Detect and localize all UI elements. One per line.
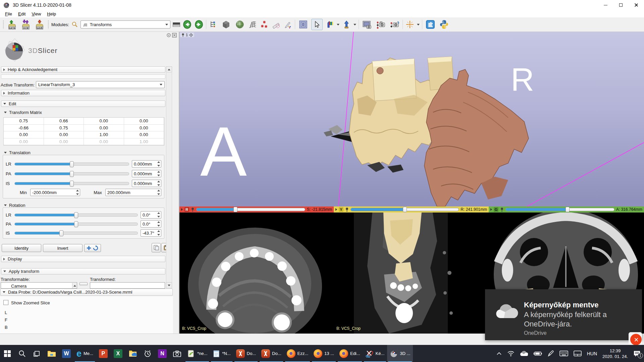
taskbar-dcplusplus-2[interactable]: Do... (259, 345, 284, 362)
scene-view-restore-button[interactable] (389, 19, 400, 30)
models-module-button[interactable] (234, 19, 246, 30)
toast-close-button[interactable] (630, 334, 642, 345)
taskbar-snipping-tool[interactable]: Ké... (363, 345, 387, 362)
save-button[interactable]: SAVE (34, 19, 45, 30)
tray-battery-icon[interactable] (533, 351, 542, 356)
translation-is-slider[interactable] (14, 182, 129, 185)
view-menu-icon[interactable] (335, 208, 337, 211)
toolbar-grip[interactable] (3, 20, 4, 29)
view-menu-icon[interactable] (181, 208, 183, 211)
information-section[interactable]: Information (1, 90, 165, 96)
transformable-item-camera[interactable]: Camera (1, 283, 77, 289)
matrix-cell[interactable]: 0.00 (84, 125, 124, 132)
module-search-icon[interactable] (71, 21, 78, 28)
apply-transform-section[interactable]: Apply transform (1, 268, 165, 275)
taskbar-firefox-3[interactable]: Edi... (337, 345, 363, 362)
matrix-cell[interactable]: 0.00 (124, 118, 164, 125)
panel-scroll-down[interactable] (166, 282, 172, 288)
modules-selector[interactable]: Transforms (80, 20, 170, 28)
taskbar-firefox-1[interactable]: Ezz... (284, 345, 311, 362)
extensions-manager-button[interactable] (425, 19, 436, 30)
chevron-down-icon[interactable] (354, 24, 356, 25)
green-slice-letter[interactable]: G (494, 207, 498, 212)
tray-keyboard-icon[interactable] (559, 351, 568, 356)
red-slice-slider[interactable] (196, 208, 305, 211)
matrix-cell[interactable]: -0.66 (4, 125, 44, 132)
menu-help[interactable]: Help (44, 11, 59, 16)
copy-transform-button[interactable] (152, 243, 161, 252)
transformed-list[interactable] (90, 282, 165, 289)
rotation-pa-value[interactable]: 0.0° (141, 220, 161, 228)
volumes-module-button[interactable] (220, 19, 232, 30)
units-button[interactable] (342, 19, 351, 29)
mouse-interaction-button[interactable] (311, 19, 323, 30)
translation-pa-value[interactable]: 0.000mm (132, 170, 161, 177)
green-slice-slider[interactable] (505, 208, 614, 211)
onedrive-notification-toast[interactable]: Képernyőkép mentve A képernyőkép felkerü… (485, 289, 642, 340)
rotation-header[interactable]: Rotation (4, 203, 25, 208)
transform-matrix-header[interactable]: Transform Matrix (4, 110, 42, 115)
tray-pen-icon[interactable] (547, 350, 554, 357)
taskbar-edge[interactable]: e Me... (74, 345, 96, 362)
undo-module-button[interactable] (182, 19, 192, 29)
redo-module-button[interactable] (194, 19, 204, 29)
display-section[interactable]: Display (1, 256, 165, 262)
translation-is-value[interactable]: 0.000mm (132, 180, 161, 187)
red-slice-letter[interactable]: R (184, 207, 189, 212)
panel-undock-icon[interactable] (166, 33, 171, 38)
taskbar-excel[interactable]: X (111, 345, 125, 362)
action-center-button[interactable]: 1 (633, 350, 641, 357)
panel-scroll-up[interactable] (166, 66, 172, 72)
red-slice-view[interactable]: B: VCS_Crop (179, 213, 334, 334)
matrix-cell[interactable]: 0.66 (44, 118, 84, 125)
layout-selector-button[interactable] (298, 19, 309, 30)
taskbar-camera[interactable] (170, 345, 184, 362)
toolbar-grip[interactable] (48, 20, 49, 29)
panel-scrollbar[interactable] (166, 73, 172, 282)
close-button[interactable] (629, 0, 644, 10)
edit-section[interactable]: Edit (1, 101, 165, 107)
view-menu-icon[interactable] (490, 208, 492, 211)
transforms-module-button[interactable] (248, 19, 257, 29)
min-value[interactable]: -200.000mm (30, 189, 80, 196)
taskbar-firefox-2[interactable]: 13 ... (311, 345, 337, 362)
rotation-pa-slider[interactable] (14, 223, 138, 226)
tray-onedrive-icon[interactable] (520, 351, 528, 356)
help-acknowledgement-section[interactable]: Help & Acknowledgement (1, 66, 165, 73)
yellow-slice-view[interactable]: B: VCS_Crop (334, 213, 489, 334)
taskbar-notepad-plus-plus[interactable]: *ne... (184, 345, 210, 362)
menu-edit[interactable]: Edit (15, 11, 29, 16)
tray-touchpad-icon[interactable] (574, 351, 582, 356)
matrix-cell[interactable]: 0.00 (84, 118, 124, 125)
rotation-lr-value[interactable]: 0.0° (141, 211, 161, 219)
translation-lr-slider[interactable] (14, 163, 129, 166)
tray-language[interactable]: HUN (587, 351, 597, 356)
taskbar-file-explorer[interactable] (44, 345, 59, 362)
active-transform-selector[interactable]: LinearTransform_3 (36, 81, 165, 88)
yellow-slice-letter[interactable]: Y (339, 207, 343, 212)
identity-button[interactable]: Identity (2, 244, 41, 252)
max-value[interactable]: 200.000mm (105, 189, 161, 196)
taskbar-notepad[interactable]: *N... (210, 345, 233, 362)
task-view-button[interactable] (30, 345, 44, 362)
pin-icon[interactable] (500, 207, 504, 212)
tray-clock[interactable]: 12:39 2020. 01. 24. (602, 348, 628, 359)
module-history-icon[interactable] (173, 22, 180, 27)
translation-lr-value[interactable]: 0.000mm (132, 160, 161, 168)
threed-scene[interactable] (179, 32, 644, 206)
panel-close-icon[interactable] (172, 33, 177, 38)
taskbar-slicer[interactable]: 3D ... (387, 345, 413, 362)
move-right-button[interactable] (79, 282, 88, 285)
start-button[interactable] (0, 345, 15, 362)
taskbar-onedrive-folder[interactable] (125, 345, 140, 362)
minimize-button[interactable] (598, 0, 613, 10)
crosshair-button[interactable] (405, 19, 415, 29)
pin-icon[interactable] (191, 207, 195, 212)
matrix-cell[interactable]: 0.00 (124, 131, 164, 138)
menu-file[interactable]: File (2, 11, 15, 16)
matrix-cell[interactable]: 0.00 (44, 131, 84, 138)
matrix-cell[interactable]: 0.75 (44, 125, 84, 132)
chevron-down-icon[interactable] (337, 24, 339, 25)
matrix-cell[interactable]: 0.00 (4, 131, 44, 138)
rotation-is-slider[interactable] (14, 232, 138, 235)
